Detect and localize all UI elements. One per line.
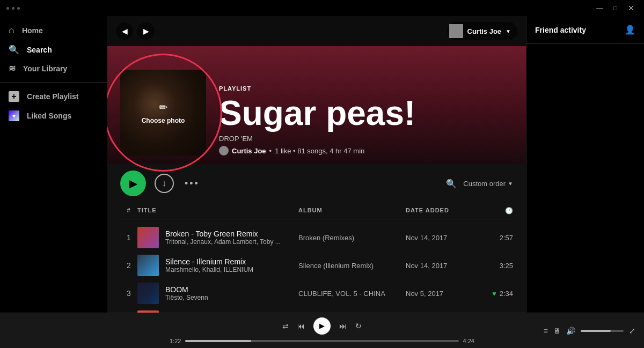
fullscreen-button[interactable]: ⤢ xyxy=(629,327,635,335)
maximize-button[interactable]: □ xyxy=(610,3,620,13)
right-panel-title: Friend activity xyxy=(535,26,586,34)
track-thumbnail xyxy=(137,227,159,248)
track-date: Nov 5, 2017 xyxy=(406,290,481,298)
track-row[interactable]: 2 Silence - Illenium Remix Marshmello, K… xyxy=(120,251,513,279)
devices-button[interactable]: 🖥 xyxy=(553,327,561,335)
track-name: Silence - Illenium Remix xyxy=(165,257,253,266)
window-dots xyxy=(6,7,20,10)
playlist-description: DROP 'EM xyxy=(219,135,415,143)
meta-author: Curtis Joe xyxy=(232,147,266,155)
right-panel: Friend activity 👤 xyxy=(526,16,644,313)
download-button[interactable]: ↓ xyxy=(155,174,174,193)
player-controls: ⇄ ⏮ ▶ ⏭ ↻ xyxy=(282,317,362,335)
track-duration: 3:25 xyxy=(481,262,513,270)
chevron-down-icon: ▼ xyxy=(508,181,513,187)
sidebar-item-home[interactable]: ⌂ Home xyxy=(0,20,107,40)
playlist-meta-text: 1 like • 81 songs, 4 hr 47 min xyxy=(275,147,364,155)
user-menu-button[interactable]: Curtis Joe ▼ xyxy=(447,22,517,40)
col-title: TITLE xyxy=(137,207,298,214)
search-icon: 🔍 xyxy=(9,45,19,55)
track-row[interactable]: 3 BOOM Tiësto, Sevenn CLUBLIFE, VOL. 5 -… xyxy=(120,279,513,307)
player-right: ≡ 🖥 🔊 ⤢ xyxy=(474,327,635,335)
track-list-container[interactable]: # TITLE ALBUM DATE ADDED 🕐 1 Broken - To… xyxy=(107,203,526,313)
custom-order-button[interactable]: Custom order ▼ xyxy=(463,180,513,188)
playlist-header: ✏ Choose photo PLAYLIST Sugar peas! DROP… xyxy=(107,46,526,164)
sidebar-item-search[interactable]: 🔍 Search xyxy=(0,40,107,59)
track-date: Nov 14, 2017 xyxy=(406,234,481,242)
track-duration: ♥2:34 xyxy=(481,290,513,298)
track-duration: 2:57 xyxy=(481,234,513,242)
track-thumbnail xyxy=(137,283,159,304)
sidebar: ⌂ Home 🔍 Search ≋ Your Library + Create … xyxy=(0,16,107,313)
volume-button[interactable]: 🔊 xyxy=(566,327,575,335)
track-search-button[interactable]: 🔍 xyxy=(446,179,457,189)
total-time: 4:24 xyxy=(463,338,474,344)
repeat-button[interactable]: ↻ xyxy=(355,322,362,330)
track-artist: Tritonal, Jenaux, Adam Lambert, Toby ... xyxy=(165,238,281,246)
main-content: ◀ ▶ Curtis Joe ▼ ✏ Choose p xyxy=(107,16,526,313)
prev-button[interactable]: ⏮ xyxy=(297,322,305,330)
track-thumbnail xyxy=(137,255,159,276)
sidebar-item-liked-songs[interactable]: ♥ Liked Songs xyxy=(0,106,107,125)
current-time: 1:22 xyxy=(170,338,181,344)
edit-pencil-icon: ✏ xyxy=(159,101,168,114)
col-duration: 🕐 xyxy=(481,207,513,214)
nav-back-button[interactable]: ◀ xyxy=(116,23,133,40)
track-row[interactable]: 1 Broken - Toby Green Remix Tritonal, Je… xyxy=(120,224,513,251)
track-name: BOOM xyxy=(165,285,208,294)
next-button[interactable]: ⏭ xyxy=(339,322,347,330)
more-options-button[interactable]: ••• xyxy=(182,176,202,191)
track-info: BOOM Tiësto, Sevenn xyxy=(137,283,298,304)
user-avatar xyxy=(449,24,463,38)
track-num: 2 xyxy=(120,261,137,270)
track-artist: Marshmello, Khalid, ILLENIUM xyxy=(165,266,253,273)
track-album: Silence (Illenium Remix) xyxy=(298,262,406,270)
volume-fill xyxy=(581,330,611,332)
sidebar-item-create-playlist[interactable]: + Create Playlist xyxy=(0,87,107,106)
track-artist: Tiësto, Sevenn xyxy=(165,294,208,301)
col-num: # xyxy=(120,207,137,214)
close-button[interactable]: ✕ xyxy=(625,3,638,13)
track-album: CLUBLIFE, VOL. 5 - CHINA xyxy=(298,290,406,298)
shuffle-button[interactable]: ⇄ xyxy=(282,322,289,330)
album-art[interactable]: ✏ Choose photo xyxy=(120,70,206,156)
progress-bar[interactable] xyxy=(185,340,458,342)
track-album: Broken (Remixes) xyxy=(298,234,406,242)
track-name: Broken - Toby Green Remix xyxy=(165,229,281,238)
person-icon[interactable]: 👤 xyxy=(625,25,635,35)
nav-forward-button[interactable]: ▶ xyxy=(137,23,155,40)
play-pause-button[interactable]: ▶ xyxy=(313,317,331,335)
meta-avatar xyxy=(219,146,229,156)
choose-photo-label: Choose photo xyxy=(142,117,185,124)
playlist-controls: ▶ ↓ ••• 🔍 Custom order ▼ xyxy=(107,164,526,203)
col-album: ALBUM xyxy=(298,207,406,214)
top-bar: ◀ ▶ Curtis Joe ▼ xyxy=(107,16,526,46)
queue-button[interactable]: ≡ xyxy=(544,327,548,335)
home-icon: ⌂ xyxy=(9,25,14,36)
track-list-header: # TITLE ALBUM DATE ADDED 🕐 xyxy=(120,203,513,219)
minimize-button[interactable]: — xyxy=(593,3,606,13)
col-date: DATE ADDED xyxy=(406,207,481,214)
player-bar: ⇄ ⏮ ▶ ⏭ ↻ 1:22 4:24 ≡ 🖥 🔊 xyxy=(0,313,644,348)
heart-gradient-icon: ♥ xyxy=(9,110,19,121)
track-row[interactable]: 4 Feel (The Power Of Now) Steve Aoki, He… xyxy=(120,307,513,313)
track-date: Nov 14, 2017 xyxy=(406,262,481,270)
chevron-down-icon: ▼ xyxy=(506,28,511,34)
album-art-overlay[interactable]: ✏ Choose photo xyxy=(120,70,206,156)
playlist-type-label: PLAYLIST xyxy=(219,85,415,92)
plus-icon: + xyxy=(9,91,19,102)
right-panel-header: Friend activity 👤 xyxy=(526,16,644,44)
playlist-info: PLAYLIST Sugar peas! DROP 'EM Curtis Joe… xyxy=(219,85,415,156)
track-num: 1 xyxy=(120,233,137,242)
track-info: Broken - Toby Green Remix Tritonal, Jena… xyxy=(137,227,298,248)
album-art-container: ✏ Choose photo xyxy=(120,70,206,156)
volume-bar xyxy=(581,330,624,332)
volume-bar-container[interactable] xyxy=(581,330,624,332)
playlist-meta: Curtis Joe • 1 like • 81 songs, 4 hr 47 … xyxy=(219,146,415,156)
progress-bar-container[interactable]: 1:22 4:24 xyxy=(170,338,474,344)
progress-fill xyxy=(185,340,251,342)
play-button[interactable]: ▶ xyxy=(120,171,146,196)
player-center: ⇄ ⏮ ▶ ⏭ ↻ 1:22 4:24 xyxy=(170,317,474,344)
track-info: Silence - Illenium Remix Marshmello, Kha… xyxy=(137,255,298,276)
sidebar-item-library[interactable]: ≋ Your Library xyxy=(0,59,107,78)
